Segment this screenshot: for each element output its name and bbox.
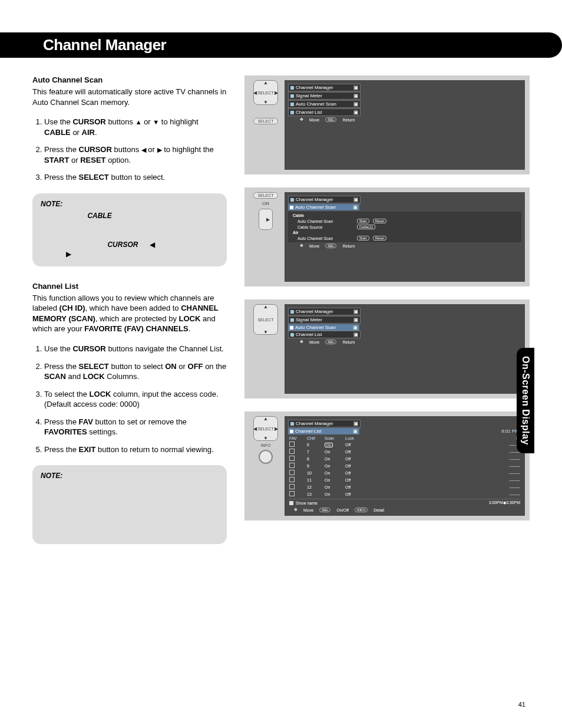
section1-steps: Use the CURSOR buttons ▲ or ▼ to highlig… xyxy=(32,117,227,183)
table-row[interactable]: 10OnOff-------- xyxy=(288,469,521,476)
section2-step-4: Press the FAV button to set or remove th… xyxy=(44,417,227,437)
table-row[interactable]: 11OnOff-------- xyxy=(288,476,521,483)
reset-button[interactable]: Reset xyxy=(373,236,387,241)
section1-step-3: Press the SELECT button to select. xyxy=(44,172,227,183)
right-column: ▲▼◀▶ SELECT SELECT Channel Manager▣ Sign… xyxy=(244,75,530,559)
section2-intro: This function allows you to review which… xyxy=(32,293,227,334)
note-label-2: NOTE: xyxy=(41,471,219,480)
start-button[interactable]: Start xyxy=(357,236,369,241)
osd-block-2: SELECT OR ▶ Channel Manager▣ Auto Channe… xyxy=(244,187,530,286)
dpad-icon: ▲▼◀▶ SELECT xyxy=(253,80,278,105)
dpad-icon: ▲▼◀▶ SELECT xyxy=(253,416,278,441)
section2-heading: Channel List xyxy=(32,282,227,291)
section1-step-1: Use the CURSOR buttons ▲ or ▼ to highlig… xyxy=(44,117,227,137)
section2-steps: Use the CURSOR buttons navigate the Chan… xyxy=(32,344,227,454)
table-row[interactable]: 6OnOff-------- xyxy=(288,441,521,448)
clock: 8:01 PM xyxy=(361,429,521,434)
table-row[interactable]: 13OnOff-------- xyxy=(288,490,521,498)
select-button-icon: SELECT xyxy=(253,192,277,199)
right-arrow-icon: ▶ xyxy=(66,250,71,258)
start-button[interactable]: Start xyxy=(357,219,369,223)
channel-list-table: FAVCH#ScanLockID 6OnOff--------7OnOff---… xyxy=(288,436,521,498)
cable-source-value: Cable(1) xyxy=(357,225,375,229)
left-arrow-icon: ◀ xyxy=(150,241,155,249)
osd-block-3: ▲▼ SELECT Channel Manager▣ Signal Meter▣… xyxy=(244,299,530,398)
info-label: INFO xyxy=(261,443,271,447)
info-button-icon xyxy=(259,450,273,464)
section2-note: NOTE: xyxy=(32,465,227,544)
dpad-right-icon: ▶ xyxy=(259,209,273,230)
or-label: OR xyxy=(262,201,269,206)
section1-intro: This feature will automatically store ac… xyxy=(32,87,227,107)
osd-screen-2: Channel Manager▣ Auto Channel Scan▣ Cabl… xyxy=(285,192,525,282)
table-row[interactable]: 7OnOff-------- xyxy=(288,448,521,455)
table-row[interactable]: 8OnOff-------- xyxy=(288,455,521,462)
table-row[interactable]: 12OnOff-------- xyxy=(288,483,521,490)
section1-heading: Auto Channel Scan xyxy=(32,75,227,84)
showname-label: Show name xyxy=(296,501,318,505)
section1-step-2: Press the CURSOR buttons ◀ or ▶ to highl… xyxy=(44,144,227,165)
osd-screen-1: Channel Manager▣ Signal Meter▣ Auto Chan… xyxy=(285,80,525,170)
osd-screen-3: Channel Manager▣ Signal Meter▣ Auto Chan… xyxy=(285,304,525,394)
section2-step-5: Press the EXIT button to return to norma… xyxy=(44,444,227,455)
osd-block-1: ▲▼◀▶ SELECT SELECT Channel Manager▣ Sign… xyxy=(244,75,530,174)
table-row[interactable]: 9OnOff-------- xyxy=(288,462,521,469)
reset-button[interactable]: Reset xyxy=(373,219,387,223)
page-title: Channel Manager xyxy=(0,32,562,58)
osd-screen-4: Channel Manager▣ Channel List▣ 8:01 PM F… xyxy=(285,416,525,516)
select-button-icon: SELECT xyxy=(253,118,277,124)
section2-step-3: To select the LOCK column, input the acc… xyxy=(44,389,227,410)
note-label: NOTE: xyxy=(41,199,219,209)
section2-step-1: Use the CURSOR buttons navigate the Chan… xyxy=(44,344,227,354)
dpad-updown-icon: ▲▼ SELECT xyxy=(253,304,278,335)
page-number: 41 xyxy=(518,701,525,708)
section1-note: NOTE: If it is selected CABLE mode. You … xyxy=(32,193,227,266)
section2-step-2: Press the SELECT button to select ON or … xyxy=(44,361,227,382)
left-column: Auto Channel Scan This feature will auto… xyxy=(32,75,227,559)
side-tab: On-Screen Display xyxy=(517,348,534,453)
osd-block-4: ▲▼◀▶ SELECT INFO Channel Manager▣ Channe… xyxy=(244,411,530,521)
